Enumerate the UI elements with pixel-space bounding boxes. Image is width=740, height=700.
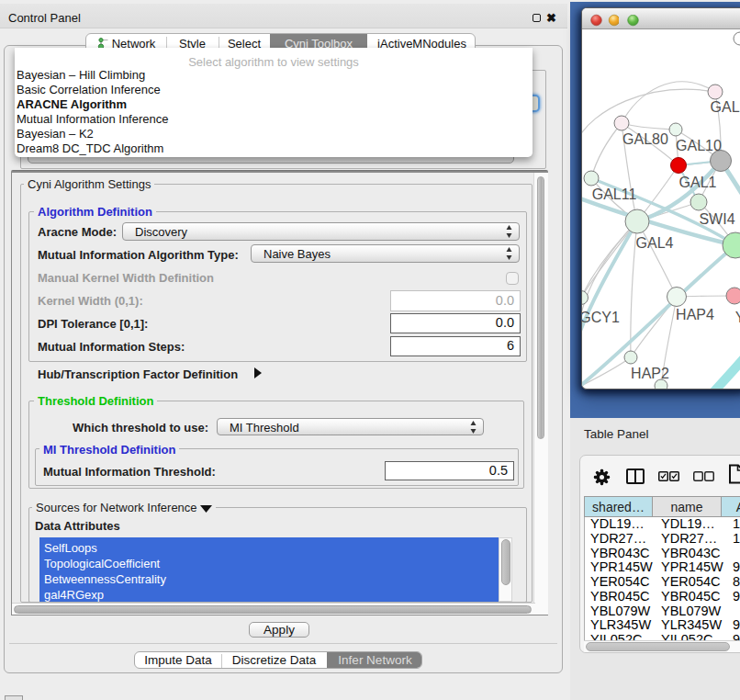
svg-text:SWI4: SWI4 — [699, 211, 734, 227]
svg-text:GAL80: GAL80 — [622, 131, 668, 147]
svg-text:GAL1: GAL1 — [679, 175, 717, 190]
svg-text:Y: Y — [735, 310, 740, 325]
svg-text:GAL4: GAL4 — [636, 235, 674, 251]
svg-text:HAP4: HAP4 — [676, 307, 714, 322]
svg-text:GAL2: GAL2 — [711, 99, 740, 115]
svg-text:HAP2: HAP2 — [631, 366, 669, 381]
svg-text:GAL11: GAL11 — [592, 186, 637, 202]
svg-text:GCY1: GCY1 — [582, 310, 620, 325]
svg-text:GAL10: GAL10 — [676, 138, 722, 153]
